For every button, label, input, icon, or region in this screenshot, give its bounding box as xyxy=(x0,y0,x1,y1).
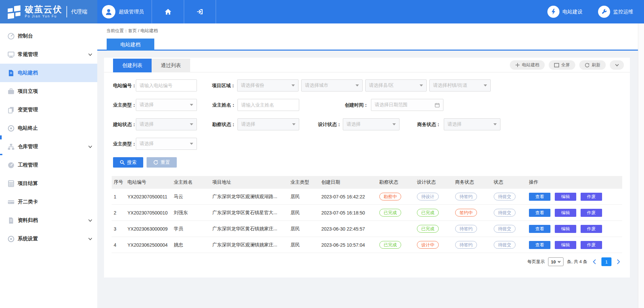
design-status-select[interactable]: 请选择 xyxy=(343,118,399,130)
edit-button[interactable]: 编辑 xyxy=(555,209,576,217)
page-size-select[interactable]: 10 xyxy=(548,257,564,266)
sidebar-item-warehouse-mgmt[interactable]: 仓库管理 xyxy=(0,137,97,156)
owner-name-input[interactable] xyxy=(237,99,299,111)
province-select[interactable]: 请选择省份 xyxy=(237,79,299,91)
next-page-button[interactable] xyxy=(615,257,622,266)
breadcrumb-path[interactable]: 首页 / 电站建档 xyxy=(128,28,158,33)
sidebar-item-label: 常规管理 xyxy=(18,51,38,58)
business-status-select[interactable]: 请选择 xyxy=(444,118,500,130)
chevron-down-icon xyxy=(88,52,93,57)
refresh-button[interactable]: 刷新 xyxy=(579,60,606,70)
logout-button[interactable] xyxy=(184,0,216,23)
void-button[interactable]: 作废 xyxy=(581,209,602,217)
refresh-icon xyxy=(585,63,590,68)
sidebar-item-station-archive[interactable]: 电站建档 xyxy=(0,64,97,82)
caret-down-icon xyxy=(493,123,497,125)
user-info[interactable]: 超级管理员 xyxy=(97,0,152,23)
monitor-icon xyxy=(7,51,15,58)
fullscreen-button[interactable]: 全屏 xyxy=(549,60,575,70)
owner-type-select-2[interactable]: 请选择 xyxy=(136,138,197,150)
county-select[interactable]: 请选择县/区 xyxy=(365,79,427,91)
void-button[interactable]: 作废 xyxy=(581,193,602,201)
view-button[interactable]: 查看 xyxy=(529,209,550,217)
view-button[interactable]: 查看 xyxy=(529,225,550,233)
caret-down-icon xyxy=(190,104,193,106)
sidebar-item-label: 工程管理 xyxy=(18,162,38,168)
create-station-button[interactable]: 电站建档 xyxy=(510,60,545,70)
sidebar-item-project-initiation[interactable]: 项目立项 xyxy=(0,82,97,101)
sidebar-item-open-card[interactable]: 开二类卡 xyxy=(0,193,97,211)
briefcase-icon xyxy=(7,88,15,95)
build-status-select[interactable]: 请选择 xyxy=(136,118,197,130)
chevron-left-icon xyxy=(592,259,596,264)
date-range-input[interactable]: 请选择日期范围 xyxy=(371,99,443,111)
reset-icon xyxy=(153,160,158,165)
sidebar-item-label: 变更管理 xyxy=(18,107,38,113)
sidebar-item-general-mgmt[interactable]: 常规管理 xyxy=(0,45,97,64)
breadcrumb-strip: 当前位置：首页 / 电站建档 电站建档 xyxy=(97,23,638,51)
sidebar: 控制台 常规管理 电站建档 项 xyxy=(0,23,97,308)
view-button[interactable]: 查看 xyxy=(529,241,550,249)
edit-button[interactable]: 编辑 xyxy=(555,193,576,201)
tab-create-list[interactable]: 创建列表 xyxy=(113,59,152,72)
station-table: 序号 电站编号 业主姓名 项目地址 业主类型 创建日期 勘察状态 设计状态 商务… xyxy=(112,176,622,253)
survey-status-select[interactable]: 请选择 xyxy=(237,118,299,130)
station-code-input[interactable] xyxy=(136,79,197,91)
search-icon xyxy=(120,160,125,165)
gauge-icon xyxy=(7,162,15,169)
plus-icon xyxy=(515,63,520,67)
caret-down-icon xyxy=(420,84,423,86)
copy-icon xyxy=(7,106,15,114)
sidebar-item-engineering-mgmt[interactable]: 工程管理 xyxy=(0,156,97,174)
town-select[interactable]: 请选择村镇/街道 xyxy=(429,79,491,91)
home-button[interactable] xyxy=(152,0,184,23)
sidebar-item-system-settings[interactable]: 系统设置 xyxy=(0,230,97,248)
void-button[interactable]: 作废 xyxy=(581,241,602,249)
void-button[interactable]: 作废 xyxy=(581,225,602,233)
sidebar-item-station-terminate[interactable]: 电站终止 xyxy=(0,119,97,137)
table-row: 2 YX2023070500010 刘强东 广东深圳龙华区黄石镇星官大... 居… xyxy=(112,205,622,221)
collapse-toggle-button[interactable] xyxy=(610,60,624,70)
edit-button[interactable]: 编辑 xyxy=(555,225,576,233)
nav-station-build-label: 电站建设 xyxy=(562,9,583,15)
view-button[interactable]: 查看 xyxy=(529,193,550,201)
nav-monitor-ops[interactable]: 监控运维 xyxy=(598,6,633,18)
page-number-current[interactable]: 1 xyxy=(601,257,611,266)
logout-icon xyxy=(196,8,204,16)
status-badge: 待签约 xyxy=(455,241,477,249)
sidebar-item-project-settlement[interactable]: 项目结算 xyxy=(0,174,97,193)
fullscreen-label: 全屏 xyxy=(561,62,570,68)
sidebar-item-change-mgmt[interactable]: 变更管理 xyxy=(0,101,97,119)
field-label-build-status: 建站状态： xyxy=(113,118,136,130)
table-row: 3 YX2023063000009 学员 广东深圳龙华区黄石镇姚家庄... 居民… xyxy=(112,221,622,237)
breadcrumb: 当前位置：首页 / 电站建档 xyxy=(106,28,158,34)
city-select[interactable]: 请选择城市 xyxy=(301,79,363,91)
table-row: 4 YX2023062500004 姚忠 广东深圳龙华区观澜镇姚家庄... 居民… xyxy=(112,237,622,253)
nav-station-build[interactable]: 电站建设 xyxy=(547,6,583,18)
reset-button[interactable]: 重置 xyxy=(147,157,177,168)
search-button[interactable]: 搜索 xyxy=(113,157,143,168)
sidebar-item-console[interactable]: 控制台 xyxy=(0,27,97,45)
field-label-project-region: 项目区域： xyxy=(209,79,235,91)
toolbar: 电站建档 全屏 刷新 xyxy=(510,60,624,70)
header: 破茧云伏 Po Jian Yun Fu 代理端 超级管理员 xyxy=(0,0,644,23)
status-badge: 待设计 xyxy=(417,193,439,200)
sidebar-item-data-archive[interactable]: 资料归档 xyxy=(0,211,97,230)
status-badge: 设计中 xyxy=(417,241,439,249)
sidebar-item-label: 开二类卡 xyxy=(18,199,38,205)
edit-button[interactable]: 编辑 xyxy=(555,241,576,249)
settings-icon xyxy=(7,235,15,243)
chevron-down-icon xyxy=(88,144,93,149)
page-scrollbar[interactable] xyxy=(638,23,644,308)
tab-passed-list[interactable]: 通过列表 xyxy=(152,59,190,72)
app-root: 破茧云伏 Po Jian Yun Fu 代理端 超级管理员 xyxy=(0,0,644,308)
sidebar-item-label: 仓库管理 xyxy=(18,143,38,150)
page-tab[interactable]: 电站建档 xyxy=(107,39,154,51)
brand-title: 破茧云伏 xyxy=(25,5,62,14)
prev-page-button[interactable] xyxy=(591,257,598,266)
field-label-station-code: 电站编号： xyxy=(113,79,136,91)
caret-down-icon xyxy=(392,123,396,125)
chevron-right-icon xyxy=(616,259,621,264)
owner-type-select[interactable]: 请选择 xyxy=(136,99,197,111)
status-badge: 已完成 xyxy=(417,225,439,233)
